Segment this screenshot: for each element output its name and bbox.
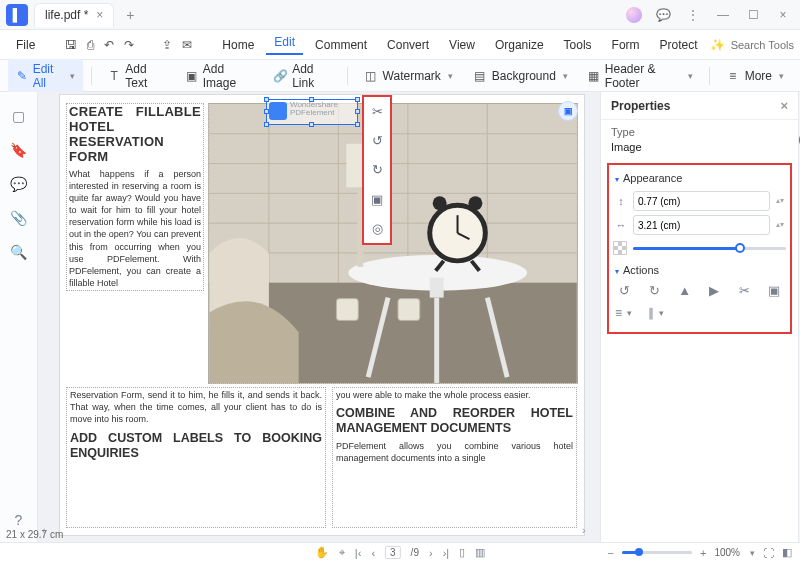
pencil-icon: ✎ (16, 69, 28, 83)
last-page-icon[interactable]: ›| (443, 547, 450, 559)
crop-action-icon[interactable]: ✂ (732, 283, 756, 298)
background-button[interactable]: ▤Background▾ (465, 66, 576, 86)
page-badge-icon[interactable]: ▣ (558, 101, 578, 121)
edit-all-button[interactable]: ✎ Edit All ▾ (8, 59, 83, 93)
actions-header[interactable]: ▾Actions (613, 261, 786, 279)
menu-tools[interactable]: Tools (556, 38, 600, 52)
feedback-icon[interactable]: 💬 (654, 8, 672, 22)
zoom-in-icon[interactable]: + (700, 547, 706, 559)
thumbnails-icon[interactable]: ▢ (12, 108, 25, 124)
text-block-bottom-left[interactable]: Reservation Form, send it to him, he fil… (66, 387, 326, 528)
watermark-icon: ◫ (364, 69, 378, 83)
save-icon[interactable]: 🖫 (65, 38, 77, 52)
pdf-page[interactable]: CREATE FILLABLE HOTEL RESERVATION FORM W… (60, 95, 584, 535)
distribute-icon[interactable]: ∥ (648, 306, 654, 320)
menu-protect[interactable]: Protect (652, 38, 706, 52)
width-stepper[interactable]: ▴▾ (774, 223, 786, 228)
first-page-icon[interactable]: |‹ (355, 547, 362, 559)
room-photo (209, 104, 577, 383)
watermark-button[interactable]: ◫Watermark▾ (356, 66, 461, 86)
fit-page-icon[interactable]: ⛶ (763, 547, 774, 559)
menu-form[interactable]: Form (604, 38, 648, 52)
user-avatar-icon[interactable] (626, 7, 642, 23)
width-input[interactable] (633, 215, 770, 235)
prev-page-icon[interactable]: ‹ (371, 547, 375, 559)
close-tab-icon[interactable]: × (96, 8, 103, 22)
app-logo-icon: ▌ (6, 4, 28, 26)
more-button[interactable]: ≡More▾ (718, 66, 792, 86)
attachments-icon[interactable]: 📎 (10, 210, 27, 226)
menu-organize[interactable]: Organize (487, 38, 552, 52)
close-panel-icon[interactable]: × (780, 98, 788, 113)
text-block-bottom-right[interactable]: you were able to make the whole process … (332, 387, 577, 528)
image-tools-popover: ✂ ↺ ↻ ▣ ◎ (362, 95, 392, 245)
page-number[interactable]: 3 (390, 547, 396, 558)
rotate-left-icon[interactable]: ↺ (368, 132, 386, 150)
bookmarks-icon[interactable]: 🔖 (10, 142, 27, 158)
maximize-button[interactable]: ☐ (744, 8, 762, 22)
email-icon[interactable]: ✉ (182, 38, 192, 52)
sparkle-icon: ✨ (710, 38, 725, 52)
extract-image-icon[interactable]: ◎ (368, 219, 386, 237)
document-tab[interactable]: life.pdf * × (34, 3, 114, 27)
menu-view[interactable]: View (441, 38, 483, 52)
next-page-edge[interactable]: › (582, 524, 596, 538)
share-icon[interactable]: ⇪ (162, 38, 172, 52)
link-icon: 🔗 (273, 69, 287, 83)
add-link-button[interactable]: 🔗Add Link (265, 59, 339, 93)
continuous-view-icon[interactable]: ▥ (475, 546, 485, 559)
properties-title: Properties (611, 99, 670, 113)
text-icon: T (108, 69, 120, 83)
zoom-value[interactable]: 100% (714, 547, 740, 558)
read-mode-icon[interactable]: ◧ (782, 546, 792, 559)
print-icon[interactable]: ⎙ (87, 38, 94, 52)
crop-icon[interactable]: ✂ (368, 103, 386, 121)
paragraph-1: What happens if a person interested in r… (69, 168, 201, 289)
undo-icon[interactable]: ↶ (104, 38, 114, 52)
new-tab-button[interactable]: + (120, 7, 140, 23)
height-input[interactable] (633, 191, 770, 211)
canvas[interactable]: CREATE FILLABLE HOTEL RESERVATION FORM W… (38, 92, 600, 542)
menu-convert[interactable]: Convert (379, 38, 437, 52)
single-page-view-icon[interactable]: ▯ (459, 546, 465, 559)
align-left-icon[interactable]: ≡ (615, 306, 622, 320)
search-tools-input[interactable] (731, 39, 800, 51)
close-window-button[interactable]: × (774, 8, 792, 22)
menu-comment[interactable]: Comment (307, 38, 375, 52)
header-footer-icon: ▦ (588, 69, 600, 83)
search-panel-icon[interactable]: 🔍 (10, 244, 27, 260)
help-icon[interactable]: ? (15, 512, 23, 528)
zoom-out-icon[interactable]: − (608, 547, 614, 559)
appearance-header[interactable]: ▾Appearance (613, 169, 786, 187)
rotate-left-action-icon[interactable]: ↺ (613, 283, 637, 298)
flip-vertical-icon[interactable]: ▲ (673, 283, 697, 298)
add-image-button[interactable]: ▣Add Image (178, 59, 262, 93)
select-tool-icon[interactable]: ⌖ (339, 546, 345, 559)
flip-horizontal-icon[interactable]: ▶ (703, 283, 727, 298)
chevron-down-icon: ▾ (688, 71, 693, 81)
replace-action-icon[interactable]: ▣ (762, 283, 786, 298)
replace-image-icon[interactable]: ▣ (368, 190, 386, 208)
file-menu[interactable]: File (8, 38, 43, 52)
add-text-button[interactable]: TAdd Text (100, 59, 173, 93)
edit-all-label: Edit All (33, 62, 64, 90)
comments-panel-icon[interactable]: 💬 (10, 176, 27, 192)
height-stepper[interactable]: ▴▾ (774, 199, 786, 204)
menu-edit[interactable]: Edit (266, 35, 303, 55)
rotate-right-icon[interactable]: ↻ (368, 161, 386, 179)
chevron-down-icon: ▾ (70, 71, 75, 81)
menu-home[interactable]: Home (214, 38, 262, 52)
zoom-slider[interactable] (622, 551, 692, 554)
opacity-slider[interactable] (633, 247, 786, 250)
kebab-menu-icon[interactable]: ⋮ (684, 8, 702, 22)
selected-watermark[interactable]: WondersharePDFelement (266, 99, 358, 125)
text-block-left[interactable]: CREATE FILLABLE HOTEL RESERVATION FORM W… (66, 103, 204, 291)
minimize-button[interactable]: — (714, 8, 732, 22)
image-block[interactable] (208, 103, 578, 384)
redo-icon[interactable]: ↷ (124, 38, 134, 52)
next-page-icon[interactable]: › (429, 547, 433, 559)
header-footer-button[interactable]: ▦Header & Footer▾ (580, 59, 701, 93)
rotate-right-action-icon[interactable]: ↻ (643, 283, 667, 298)
hand-tool-icon[interactable]: ✋ (315, 546, 329, 559)
appearance-actions-group: ▾Appearance ↕ ▴▾ ↔ ▴▾ ▾Actions ↺ (607, 163, 792, 334)
